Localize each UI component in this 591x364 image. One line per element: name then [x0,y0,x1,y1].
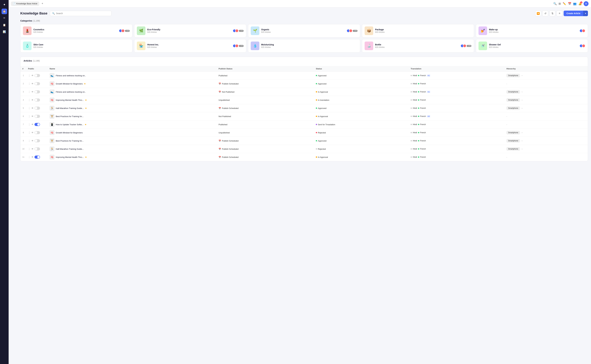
french-translation-dot [418,108,419,109]
row-context-menu-button[interactable]: ⋮ [28,82,31,85]
sidebar-chart-icon[interactable]: 📊 [1,29,7,34]
row-context-menu-button[interactable]: ⋮ [28,123,31,126]
edit-icon[interactable]: ✏️ [563,2,566,5]
row-preview-button[interactable]: 👁 [31,156,33,158]
row-preview-button[interactable]: 👁 [31,99,33,101]
row-context-menu-button[interactable]: ⋮ [28,74,31,77]
hindi-translation-dot [411,116,412,117]
row-preview-button[interactable]: 👁 [31,115,33,117]
row-preview-button[interactable]: 👁 [31,74,33,77]
category-name: Skin Care [33,43,130,46]
row-public-toggle[interactable] [34,115,40,118]
category-article-count: 620 Articles [489,46,578,48]
category-card[interactable]: 🚿Shower Gel620 Articles [476,39,588,52]
row-context-menu-button[interactable]: ⋮ [28,131,31,134]
hierarchy-dash: - [506,115,507,117]
row-public-toggle[interactable] [34,82,40,85]
add-tab-button[interactable]: + [40,1,45,6]
category-card[interactable]: 🏪Honest Inc.620 Articles+200 [134,39,246,52]
grid-icon[interactable]: ⊞ [558,2,561,5]
row-public-toggle[interactable] [34,131,40,134]
french-label: French [420,83,426,85]
category-article-count: 620 Articles [261,31,345,33]
category-thumbnail: 🌱 [251,26,259,35]
active-tab[interactable]: 📄 Knowledge Base Article [11,2,39,6]
row-preview-button[interactable]: 👁 [31,123,33,126]
row-context-menu-button[interactable]: ⋮ [28,107,31,110]
row-name-cell: 🧠Growth Mindset for Beginniers [48,129,217,137]
hierarchy-dash: - [506,156,507,158]
hindi-translation-dot [411,75,412,76]
article-thumbnail: 🧠 [50,81,54,86]
filter-button[interactable]: 🔽 [535,10,541,16]
category-card[interactable]: 🌱Organic620 Articles+200 [248,24,360,37]
calendar-icon[interactable]: 📅 [568,2,571,5]
search-bar[interactable]: 🔍 [50,11,112,16]
category-card[interactable]: 📦Package620 Articles [362,24,474,37]
row-number: 4 [20,96,26,104]
row-public-toggle[interactable] [34,98,40,102]
row-preview-button[interactable]: 👁 [31,140,33,142]
row-public-toggle[interactable] [34,123,40,126]
contacts-icon[interactable]: 👥 [573,2,577,5]
article-thumbnail: 🏋 [50,114,54,119]
row-public-toggle[interactable] [34,156,40,159]
article-title: Growth Mindset for Beginniers [56,131,83,134]
row-preview-button[interactable]: 👁 [31,83,33,85]
hindi-translation-dot [411,140,412,141]
row-context-menu-button[interactable]: ⋮ [28,99,31,102]
category-article-count: 620 Articles [147,31,231,33]
refresh-button[interactable]: ↺ [542,10,548,16]
row-context-menu-button[interactable]: ⋮ [28,139,31,142]
row-public-cell: ⋮👁 [26,129,48,137]
user-avatar[interactable]: U [584,1,589,6]
hierarchy-arrow-icon: → [521,148,523,150]
hindi-label: Hindi [413,107,417,109]
row-context-menu-button[interactable]: ⋮ [28,156,31,159]
col-num: # [20,66,26,72]
row-publish-status-cell: 📅Publish Scheduled [217,153,314,161]
sort-button[interactable]: ⇅ [549,10,555,16]
row-translation-cell: HindiFrench [409,80,505,88]
row-public-toggle[interactable] [34,107,40,110]
category-card[interactable]: 🌿Eco-Friendly620 Articles+200 [134,24,246,37]
french-translation-dot [418,75,419,76]
category-card[interactable]: 💄Cosmetics620 Articles+200 [20,24,132,37]
category-card[interactable]: 🍶Bottle620 Articles+200 [362,39,474,52]
row-public-toggle[interactable] [34,147,40,150]
category-name: Package [375,28,471,31]
row-preview-button[interactable]: 👁 [31,107,33,109]
search-input[interactable] [56,12,109,15]
columns-button[interactable]: ≡ [557,10,562,16]
row-preview-button[interactable]: 👁 [31,91,33,93]
category-card[interactable]: 🧴Skin Care620 Articles [20,39,132,52]
row-publish-status-cell: Published [217,120,314,129]
category-card[interactable]: 💅Make-up620 Articles [476,24,588,37]
search-icon[interactable]: 🔍 [553,2,557,5]
article-thumbnail: 👟 [50,89,54,94]
row-preview-button[interactable]: 👁 [31,131,33,134]
status-dot-icon [316,156,317,158]
row-context-menu-button[interactable]: ⋮ [28,91,31,93]
row-public-toggle[interactable] [34,139,40,142]
row-publish-status-cell: Unpublished [217,129,314,137]
article-title: Fitness and wellness tracking on.. [56,74,86,77]
sidebar-clipboard-icon[interactable]: 📋 [1,22,7,28]
french-translation-dot [418,91,419,92]
article-thumbnail: 🧠 [50,98,54,103]
french-label: French [420,107,426,109]
notification-button[interactable]: 🔔 3 [578,2,582,5]
sidebar-home-icon[interactable]: 🏠 [1,9,7,14]
sidebar-eye-icon[interactable]: 👁 [1,15,7,21]
article-title: Improving Mental Health Thro... [56,99,84,101]
category-card[interactable]: 💧Moisturizing620 Articles [248,39,360,52]
row-context-menu-button[interactable]: ⋮ [28,148,31,150]
row-public-toggle[interactable] [34,74,40,77]
status-label: In translation [318,99,329,101]
create-article-button[interactable]: Create Article ▾ [564,11,588,16]
row-publish-status-cell: Not Published [217,112,314,120]
table-row: 11⋮👁🧠Improving Mental Health Thro...★📅Pu… [20,153,588,161]
row-public-toggle[interactable] [34,90,40,93]
row-preview-button[interactable]: 👁 [31,148,33,150]
row-context-menu-button[interactable]: ⋮ [28,115,31,118]
